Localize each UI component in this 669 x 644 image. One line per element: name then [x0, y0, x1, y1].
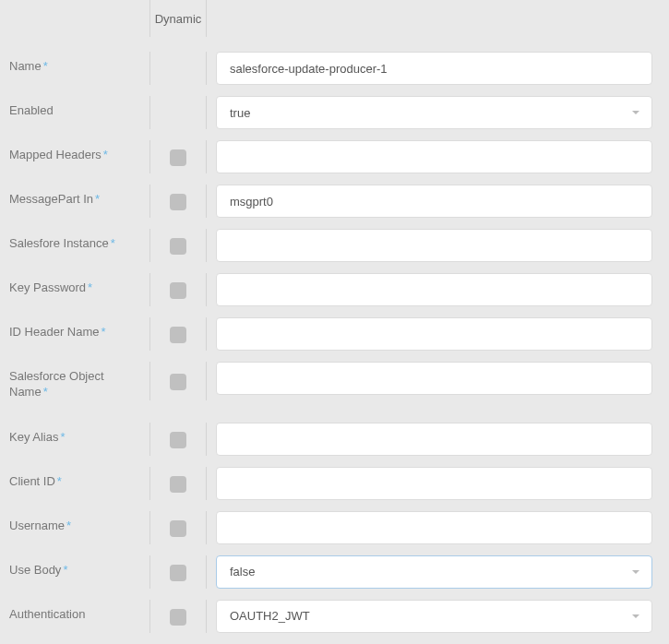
label-use-body: Use Body*: [0, 555, 149, 578]
authentication-select[interactable]: OAUTH2_JWT: [216, 600, 652, 633]
salesforce-instance-input[interactable]: [216, 229, 652, 262]
salesforce-instance-dynamic-checkbox[interactable]: [170, 238, 186, 255]
label-key-alias: Key Alias*: [0, 423, 149, 446]
label-id-header-name: ID Header Name*: [0, 317, 149, 340]
required-indicator: *: [95, 192, 100, 206]
label-salesforce-object-name: Salesforce Object Name*: [0, 362, 149, 400]
dynamic-cell-messagepart-in: [149, 185, 207, 218]
required-indicator: *: [43, 385, 48, 399]
required-indicator: *: [111, 236, 115, 250]
label-salesforce-instance: Salesfore Instance*: [0, 229, 149, 252]
enabled-select[interactable]: true: [216, 96, 652, 129]
header-row: Dynamic: [0, 0, 669, 37]
label-key-password: Key Password*: [0, 273, 149, 296]
key-alias-dynamic-checkbox[interactable]: [170, 432, 186, 448]
dynamic-cell-username: [149, 511, 207, 544]
row-authentication: Authentication OAUTH2_JWT: [0, 594, 669, 638]
label-mapped-headers: Mapped Headers*: [0, 140, 149, 163]
required-indicator: *: [60, 430, 65, 444]
key-password-dynamic-checkbox[interactable]: [170, 282, 186, 299]
username-dynamic-checkbox[interactable]: [170, 520, 186, 537]
dynamic-column-header-wrap: Dynamic: [149, 0, 207, 37]
form-container: Dynamic Name* Enabled true: [0, 0, 669, 644]
label-messagepart-in: MessagePart In*: [0, 185, 149, 208]
dynamic-cell-name: [149, 52, 207, 85]
id-header-name-dynamic-checkbox[interactable]: [170, 327, 186, 343]
id-header-name-input[interactable]: [216, 317, 652, 351]
required-indicator: *: [66, 519, 71, 532]
row-name: Name*: [0, 46, 669, 90]
name-input[interactable]: [216, 52, 652, 85]
row-use-body: Use Body* false: [0, 550, 669, 594]
required-indicator: *: [103, 148, 108, 161]
messagepart-in-input[interactable]: [216, 185, 652, 218]
dynamic-cell-salesforce-object-name: [149, 362, 207, 400]
mapped-headers-input[interactable]: [216, 140, 652, 173]
required-indicator: *: [88, 280, 92, 294]
use-body-dynamic-checkbox[interactable]: [170, 565, 186, 581]
label-client-id: Client ID*: [0, 467, 149, 490]
dynamic-cell-use-body: [149, 555, 207, 589]
messagepart-in-dynamic-checkbox[interactable]: [170, 194, 186, 210]
client-id-dynamic-checkbox[interactable]: [170, 476, 186, 493]
enabled-select-value: true: [230, 106, 250, 120]
dynamic-cell-mapped-headers: [149, 140, 207, 173]
row-key-password: Key Password*: [0, 268, 669, 312]
dynamic-cell-authentication: [149, 600, 207, 633]
dynamic-cell-id-header-name: [149, 317, 207, 351]
dynamic-cell-key-password: [149, 273, 207, 306]
row-client-id: Client ID*: [0, 461, 669, 506]
row-salesforce-object-name: Salesforce Object Name*: [0, 356, 669, 406]
authentication-dynamic-checkbox[interactable]: [170, 609, 186, 626]
row-username: Username*: [0, 506, 669, 550]
row-id-header-name: ID Header Name*: [0, 312, 669, 356]
use-body-select[interactable]: false: [216, 555, 652, 589]
client-id-input[interactable]: [216, 467, 652, 500]
dynamic-cell-client-id: [149, 467, 207, 500]
row-messagepart-in: MessagePart In*: [0, 179, 669, 223]
required-indicator: *: [57, 474, 62, 488]
username-input[interactable]: [216, 511, 652, 544]
form-rows: Name* Enabled true: [0, 37, 669, 638]
dynamic-cell-key-alias: [149, 423, 207, 456]
salesforce-object-name-dynamic-checkbox[interactable]: [170, 374, 186, 390]
salesforce-object-name-input[interactable]: [216, 362, 652, 395]
dynamic-cell-salesforce-instance: [149, 229, 207, 262]
required-indicator: *: [102, 325, 106, 339]
authentication-select-value: OAUTH2_JWT: [230, 609, 310, 623]
required-indicator: *: [43, 59, 48, 73]
required-indicator: *: [63, 563, 67, 577]
label-enabled: Enabled: [0, 96, 149, 119]
row-key-alias: Key Alias*: [0, 417, 669, 461]
label-username: Username*: [0, 511, 149, 534]
key-alias-input[interactable]: [216, 423, 652, 456]
row-enabled: Enabled true: [0, 90, 669, 135]
label-name: Name*: [0, 52, 149, 75]
dynamic-column-header: Dynamic: [155, 12, 202, 26]
row-salesforce-instance: Salesfore Instance*: [0, 223, 669, 268]
mapped-headers-dynamic-checkbox[interactable]: [170, 149, 186, 166]
row-mapped-headers: Mapped Headers*: [0, 135, 669, 179]
use-body-select-value: false: [230, 565, 255, 578]
key-password-input[interactable]: [216, 273, 652, 306]
dynamic-cell-enabled: [149, 96, 207, 129]
label-authentication: Authentication: [0, 600, 149, 623]
